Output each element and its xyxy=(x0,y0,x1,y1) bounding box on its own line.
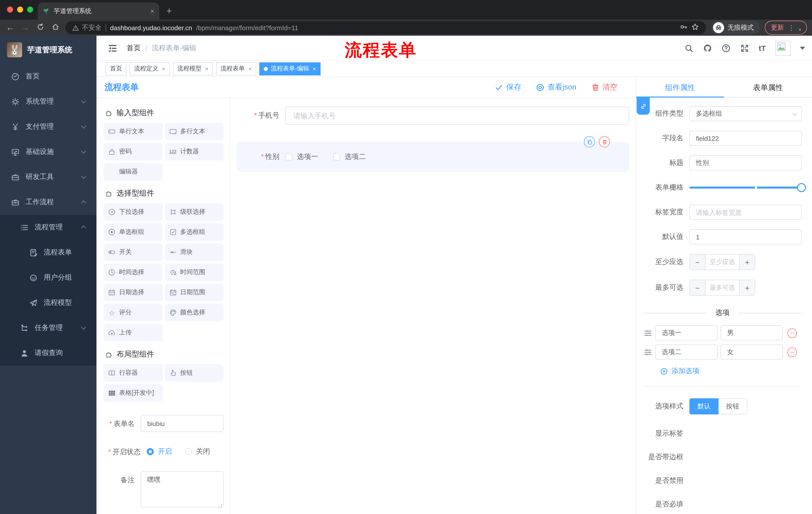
sidebar-item-system[interactable]: 系统管理 xyxy=(0,89,96,114)
comp-switch[interactable]: 开关 xyxy=(104,243,163,261)
tag-process-model[interactable]: 流程模型× xyxy=(173,62,213,75)
comp-time-picker[interactable]: 时间选择 xyxy=(104,264,163,281)
increase-button[interactable]: + xyxy=(739,254,755,270)
sidebar-item-home[interactable]: 首页 xyxy=(0,64,96,89)
save-button[interactable]: 保存 xyxy=(495,82,521,92)
sidebar-item-process-form[interactable]: 流程表单 xyxy=(0,240,96,265)
avatar[interactable] xyxy=(775,40,790,56)
tag-process-definition[interactable]: 流程定义× xyxy=(129,62,170,75)
comp-single-text[interactable]: 单行文本 xyxy=(104,123,163,140)
sidebar-item-devtools[interactable]: 研发工具 xyxy=(0,164,96,190)
sidebar-item-pay[interactable]: 支付管理 xyxy=(0,114,96,139)
copy-component-button[interactable] xyxy=(584,136,595,147)
security-indicator[interactable]: 不安全 xyxy=(72,23,102,32)
drag-handle-icon[interactable] xyxy=(644,348,652,356)
min-select-input[interactable] xyxy=(705,254,739,270)
option-2-value-input[interactable] xyxy=(721,345,783,360)
bookmark-star-icon[interactable] xyxy=(691,23,699,32)
increase-button[interactable]: + xyxy=(739,280,755,295)
delete-component-button[interactable] xyxy=(599,136,610,147)
sidebar-item-leave-query[interactable]: 请假查询 xyxy=(0,341,96,366)
comp-row-container[interactable]: 行容器 xyxy=(104,364,163,382)
comp-date-range[interactable]: 日期范围 xyxy=(165,283,224,301)
form-name-input[interactable] xyxy=(141,415,224,432)
title-input[interactable] xyxy=(689,155,802,170)
doc-link-button[interactable] xyxy=(637,98,650,115)
comp-password[interactable]: 密码 xyxy=(104,143,163,160)
browser-menu-icon[interactable]: ⋮ xyxy=(788,24,795,32)
status-radio-on[interactable]: 开启 xyxy=(147,447,172,456)
comp-select[interactable]: 下拉选择 xyxy=(104,203,163,221)
collapse-sidebar-icon[interactable] xyxy=(108,43,118,53)
comp-date-picker[interactable]: 日期选择 xyxy=(104,283,163,301)
type-select[interactable] xyxy=(689,106,802,121)
decrease-button[interactable]: − xyxy=(690,280,705,295)
github-icon[interactable] xyxy=(703,44,712,53)
tag-close-icon[interactable]: × xyxy=(248,65,252,72)
tag-close-icon[interactable]: × xyxy=(313,65,316,72)
grid-slider[interactable] xyxy=(689,180,802,195)
back-button[interactable]: ← xyxy=(5,23,15,32)
comp-slider[interactable]: 滑块 xyxy=(165,243,224,261)
password-key-icon[interactable] xyxy=(680,23,687,32)
tab-component-props[interactable]: 组件属性 xyxy=(636,77,724,97)
comp-time-range[interactable]: 时间范围 xyxy=(165,264,224,281)
comp-counter[interactable]: 123计数器 xyxy=(165,143,224,160)
comp-multi-text[interactable]: 多行文本 xyxy=(165,123,224,140)
sidebar-item-infra[interactable]: 基础设施 xyxy=(0,139,96,164)
status-radio-off[interactable]: 关闭 xyxy=(185,447,210,456)
comp-cascader[interactable]: 级联选择 xyxy=(165,203,224,221)
slider-handle[interactable] xyxy=(797,183,806,192)
comp-radio-group[interactable]: 单选框组 xyxy=(104,223,163,241)
clear-button[interactable]: 清空 xyxy=(591,82,617,92)
canvas-field-phone[interactable]: 手机号 xyxy=(237,107,629,125)
new-tab-button[interactable]: + xyxy=(166,5,172,17)
remove-option-button[interactable]: − xyxy=(787,328,797,338)
comp-upload[interactable]: 上传 xyxy=(104,324,163,342)
slider-track[interactable] xyxy=(689,187,802,189)
zoom-window-button[interactable] xyxy=(27,6,33,12)
checkbox-icon[interactable] xyxy=(333,154,340,160)
view-json-button[interactable]: 查看json xyxy=(536,82,576,92)
drag-handle-icon[interactable] xyxy=(644,329,652,337)
window-controls[interactable] xyxy=(7,6,33,12)
remove-option-button[interactable]: − xyxy=(787,347,797,357)
max-select-input[interactable] xyxy=(705,280,739,295)
comp-rate[interactable]: ☆评分 xyxy=(104,304,163,321)
tab-form-props[interactable]: 表单属性 xyxy=(724,77,812,97)
option-1-value-input[interactable] xyxy=(721,325,783,341)
font-size-icon[interactable]: tT xyxy=(759,44,766,52)
address-bar[interactable]: 不安全 dashboard.yudao.iocoder.cn /bpm/mana… xyxy=(65,21,706,34)
avatar-caret-icon[interactable] xyxy=(800,47,805,50)
minimize-window-button[interactable] xyxy=(17,6,23,12)
comp-editor[interactable]: 编辑器 xyxy=(104,163,163,181)
comp-checkbox-group[interactable]: 多选框组 xyxy=(165,223,224,241)
comp-button[interactable]: 按钮 xyxy=(165,364,224,382)
home-button[interactable] xyxy=(50,23,60,32)
fullscreen-icon[interactable] xyxy=(740,44,749,53)
option-2-label-input[interactable] xyxy=(655,345,718,360)
field-name-input[interactable] xyxy=(689,131,802,146)
form-remark-textarea[interactable]: 嘿嘿 xyxy=(141,471,224,508)
reload-button[interactable] xyxy=(35,23,45,32)
sidebar-item-process-model[interactable]: 流程模型 xyxy=(0,290,96,315)
tag-process-form-edit[interactable]: 流程表单-编辑× xyxy=(259,62,321,75)
forward-button[interactable]: → xyxy=(20,23,30,32)
style-button-button[interactable]: 按钮 xyxy=(719,398,747,414)
tag-home[interactable]: 首页 xyxy=(106,62,127,75)
comp-table[interactable]: 表格[开发中] xyxy=(104,384,163,402)
gender-option-2[interactable]: 选项二 xyxy=(333,153,366,161)
search-icon[interactable] xyxy=(685,44,693,53)
comp-color-picker[interactable]: 颜色选择 xyxy=(165,304,224,321)
tag-close-icon[interactable]: × xyxy=(205,65,208,72)
phone-input[interactable] xyxy=(285,107,629,125)
tab-close-icon[interactable]: × xyxy=(150,7,154,15)
decrease-button[interactable]: − xyxy=(690,254,705,270)
sidebar-item-user-group[interactable]: 用户分组 xyxy=(0,265,96,290)
close-window-button[interactable] xyxy=(7,6,13,12)
tag-close-icon[interactable]: × xyxy=(162,65,165,72)
default-value-input[interactable] xyxy=(689,229,802,244)
gender-option-1[interactable]: 选项一 xyxy=(285,153,318,161)
sidebar-item-workflow[interactable]: 工作流程 xyxy=(0,190,96,215)
sidebar-item-process-mgmt[interactable]: 流程管理 xyxy=(0,215,96,240)
